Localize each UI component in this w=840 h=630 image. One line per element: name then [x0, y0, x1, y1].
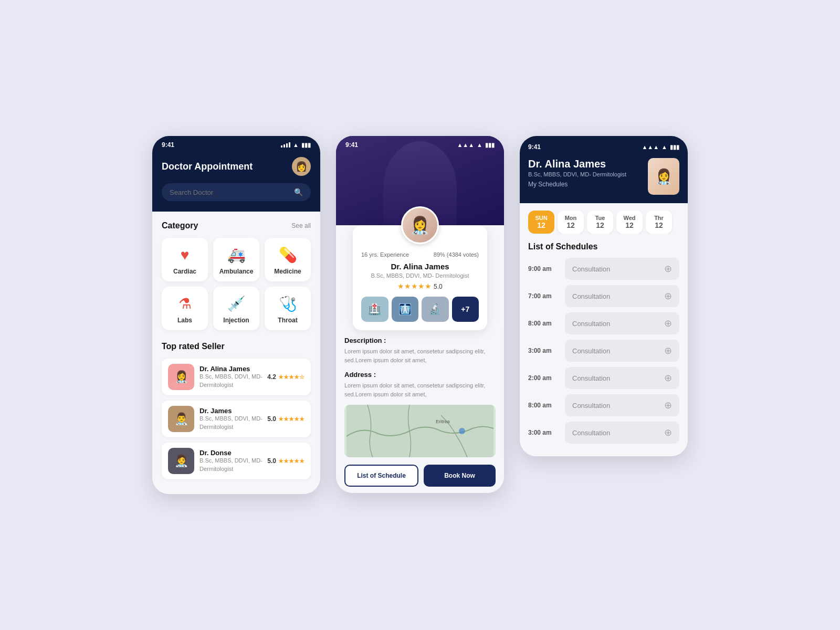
- sellers-title: Top rated Seller: [162, 342, 225, 351]
- phone-appointment: 9:41 ▲ ▮▮▮ Doctor Appointment 👩 🔍: [152, 136, 320, 494]
- add-icon-4[interactable]: ⊕: [664, 372, 672, 384]
- day-tab-thr[interactable]: Thr 12: [646, 211, 672, 234]
- status-bar-3: 9:41 ▲▲▲ ▲ ▮▮▮: [528, 141, 679, 154]
- category-ambulance[interactable]: 🚑 Ambulance: [213, 238, 259, 281]
- photo-1[interactable]: 🏥: [361, 297, 388, 322]
- wifi-icon-3: ▲: [662, 144, 667, 150]
- seller-2-stars: ★★★★★: [278, 416, 304, 423]
- day-tab-tue[interactable]: Tue 12: [587, 211, 613, 234]
- schedule-doc-photo: 👩‍⚕️: [648, 158, 679, 195]
- category-throat[interactable]: 🩺 Throat: [265, 287, 311, 330]
- doctor-name: Dr. Alina James: [361, 262, 479, 271]
- slot-label-1: Consultation: [572, 292, 610, 300]
- seller-3-rating: 5.0 ★★★★★: [267, 457, 304, 465]
- throat-label: Throat: [278, 317, 297, 324]
- injection-label: Injection: [223, 317, 249, 324]
- battery-icon-3: ▮▮▮: [670, 144, 679, 151]
- doctor-stats: 16 yrs. Experience 89% (4384 votes): [361, 251, 479, 258]
- doctor-photos: 🏥 🩻 🔬 +7: [361, 297, 479, 322]
- doctor-detail-body: Description : Lorem ipsum dolor sit amet…: [336, 330, 504, 493]
- day-tab-wed[interactable]: Wed 12: [616, 211, 643, 234]
- add-icon-2[interactable]: ⊕: [664, 318, 672, 329]
- signal-icon-3: ▲▲▲: [642, 144, 659, 150]
- slot-label-6: Consultation: [572, 429, 610, 437]
- seller-3-stars: ★★★★★: [278, 458, 304, 465]
- seller-2-avatar: 👨‍⚕️: [168, 406, 194, 432]
- map-svg: Eritrea: [344, 405, 496, 457]
- throat-icon: 🩺: [279, 295, 297, 312]
- time-1: 9:41: [162, 141, 174, 149]
- votes-text: 89% (4384 votes): [434, 251, 479, 258]
- slot-4[interactable]: Consultation ⊕: [565, 367, 679, 389]
- slot-3[interactable]: Consultation ⊕: [565, 340, 679, 362]
- svg-point-2: [459, 428, 465, 434]
- slot-label-4: Consultation: [572, 374, 610, 382]
- wifi-icon-2: ▲: [477, 142, 482, 148]
- seller-3-name: Dr. Donse: [200, 449, 267, 457]
- schedule-header: 9:41 ▲▲▲ ▲ ▮▮▮ Dr. Alina James B.Sc, MBB…: [520, 136, 688, 203]
- more-photos-btn[interactable]: +7: [452, 297, 479, 322]
- ambulance-icon: 🚑: [227, 246, 246, 264]
- schedule-list-title: List of Schedules: [528, 242, 679, 251]
- status-icons-2: ▲▲▲ ▲ ▮▮▮: [457, 142, 495, 149]
- category-cardiac[interactable]: ♥ Cardiac: [162, 238, 208, 281]
- slot-6[interactable]: Consultation ⊕: [565, 422, 679, 444]
- labs-label: Labs: [177, 317, 192, 324]
- slot-2[interactable]: Consultation ⊕: [565, 312, 679, 334]
- schedule-item-5: 8:00 am Consultation ⊕: [528, 394, 679, 416]
- slot-label-2: Consultation: [572, 320, 610, 328]
- add-icon-1[interactable]: ⊕: [664, 290, 672, 302]
- seller-1[interactable]: 👩‍⚕️ Dr. Alina James B.Sc, MBBS, DDVI, M…: [162, 359, 311, 395]
- signal-icon: [281, 142, 290, 148]
- photo-3[interactable]: 🔬: [422, 297, 449, 322]
- book-now-button[interactable]: Book Now: [424, 465, 496, 487]
- slot-0[interactable]: Consultation ⊕: [565, 258, 679, 280]
- category-injection[interactable]: 💉 Injection: [213, 287, 259, 330]
- seller-1-stars: ★★★★☆: [278, 374, 304, 381]
- seller-2[interactable]: 👨‍⚕️ Dr. James B.Sc, MBBS, DDVI, MD- Der…: [162, 401, 311, 437]
- search-bar[interactable]: 🔍: [162, 183, 311, 201]
- schedule-item-3: 3:00 am Consultation ⊕: [528, 340, 679, 362]
- phone-profile: 9:41 ▲▲▲ ▲ ▮▮▮ 👩‍⚕️ 16 yrs. Experience 8…: [336, 136, 504, 493]
- status-icons-3: ▲▲▲ ▲ ▮▮▮: [642, 144, 679, 151]
- screens-container: 9:41 ▲ ▮▮▮ Doctor Appointment 👩 🔍: [52, 136, 788, 494]
- schedule-doc-info: Dr. Alina James B.Sc, MBBS, DDVI, MD- De…: [528, 158, 679, 195]
- seller-1-avatar: 👩‍⚕️: [168, 364, 194, 390]
- svg-text:Eritrea: Eritrea: [436, 419, 450, 424]
- list-schedule-button[interactable]: List of Schedule: [344, 465, 418, 487]
- add-icon-5[interactable]: ⊕: [664, 400, 672, 411]
- ambulance-label: Ambulance: [219, 268, 254, 275]
- schedule-doc-details: Dr. Alina James B.Sc, MBBS, DDVI, MD- De…: [528, 158, 626, 188]
- seller-2-name: Dr. James: [200, 407, 267, 415]
- time-slot-1: 7:00 am: [528, 292, 560, 300]
- seller-3[interactable]: 🧑‍⚕️ Dr. Donse B.Sc, MBBS, DDVI, MD- Der…: [162, 443, 311, 479]
- search-input[interactable]: [170, 188, 290, 196]
- photo-2[interactable]: 🩻: [392, 297, 419, 322]
- address-title: Address :: [344, 371, 496, 379]
- signal-icon-2: ▲▲▲: [457, 142, 474, 148]
- doctor-avatar: 👩‍⚕️: [401, 206, 439, 244]
- slot-1[interactable]: Consultation ⊕: [565, 285, 679, 307]
- schedule-item-2: 8:00 am Consultation ⊕: [528, 312, 679, 334]
- user-avatar[interactable]: 👩: [292, 157, 311, 176]
- add-icon-0[interactable]: ⊕: [664, 263, 672, 275]
- category-labs[interactable]: ⚗ Labs: [162, 287, 208, 330]
- my-schedules-label: My Schedules: [528, 181, 626, 188]
- slot-label-0: Consultation: [572, 265, 610, 273]
- medicine-label: Medicine: [274, 268, 301, 275]
- medicine-icon: 💊: [279, 246, 297, 264]
- cardiac-label: Cardiac: [173, 268, 196, 275]
- day-tab-sun[interactable]: SUN 12: [528, 211, 554, 234]
- app-header: Doctor Appointment 👩 🔍: [152, 152, 320, 212]
- day-tab-mon[interactable]: Mon 12: [558, 211, 584, 234]
- description-title: Description :: [344, 337, 496, 344]
- day-tabs: SUN 12 Mon 12 Tue 12 Wed 12 Thr 12: [528, 211, 679, 234]
- slot-5[interactable]: Consultation ⊕: [565, 394, 679, 416]
- category-medicine[interactable]: 💊 Medicine: [265, 238, 311, 281]
- add-icon-6[interactable]: ⊕: [664, 427, 672, 438]
- wifi-icon: ▲: [293, 142, 299, 148]
- add-icon-3[interactable]: ⊕: [664, 345, 672, 356]
- slot-label-3: Consultation: [572, 347, 610, 355]
- see-all-link[interactable]: See all: [291, 222, 311, 229]
- phone-schedule: 9:41 ▲▲▲ ▲ ▮▮▮ Dr. Alina James B.Sc, MBB…: [520, 136, 688, 456]
